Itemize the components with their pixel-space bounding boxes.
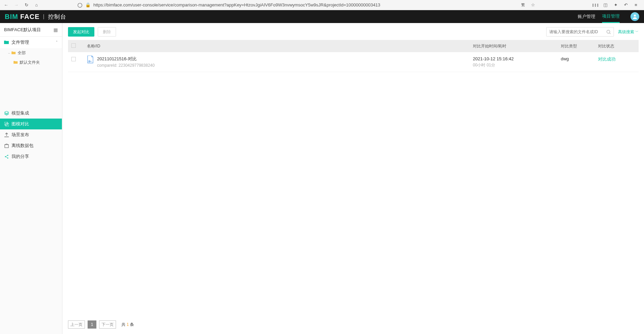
sidebar-my-share[interactable]: 我的分享 <box>0 151 62 162</box>
nav-project[interactable]: 项目管理 <box>602 10 620 23</box>
folder-icon <box>14 61 18 64</box>
col-status: 对比状态 <box>598 43 635 49</box>
row-checkbox[interactable] <box>71 57 76 61</box>
row-type: dwg <box>561 56 569 61</box>
sidebar: BIMFACE默认项目 ▦ 文件管理 ˄ – 全部 <box>0 23 62 334</box>
apps-grid-icon[interactable]: ▦ <box>53 27 58 33</box>
avatar[interactable] <box>630 12 639 21</box>
col-time: 对比开始时间/耗时 <box>473 43 561 49</box>
row-compare-id: compareId: 2230429779838240 <box>97 62 155 68</box>
svg-point-7 <box>607 30 610 33</box>
file-mgmt-label: 文件管理 <box>12 39 29 45</box>
row-status: 对比成功 <box>598 57 616 62</box>
pocket-icon[interactable]: ✦ <box>613 2 618 8</box>
row-time: 2021-10-12 15:16:42 <box>473 56 561 62</box>
undo-icon[interactable]: ↶ <box>623 2 628 8</box>
package-icon <box>4 144 9 148</box>
page-count: 共 1 条 <box>121 322 134 328</box>
main-content: 发起对比 删除 高级搜索 ﹀ 名称/ID 对比开始时间/耗时 对比类型 <box>62 23 644 334</box>
row-duration: 00小时 01分 <box>473 62 561 68</box>
bookmark-star-icon[interactable]: ☆ <box>530 2 536 8</box>
compare-icon <box>4 122 9 126</box>
project-selector[interactable]: BIMFACE默认项目 ▦ <box>0 23 62 37</box>
table-header: 名称/ID 对比开始时间/耗时 对比类型 对比状态 <box>68 40 639 52</box>
menu-icon[interactable]: ≡ <box>633 2 639 8</box>
model-integrate-label: 模型集成 <box>12 110 29 116</box>
svg-rect-3 <box>5 145 8 148</box>
my-share-label: 我的分享 <box>12 153 29 160</box>
table-row[interactable]: 202110121516-对比 compareId: 2230429779838… <box>68 52 639 72</box>
logo-divider: | <box>43 14 45 20</box>
offline-data-label: 离线数据包 <box>12 143 33 149</box>
sidebar-toggle-icon[interactable]: ◫ <box>603 2 608 8</box>
tree-all[interactable]: – 全部 <box>0 48 62 58</box>
shield-icon[interactable]: ◯ <box>77 2 83 8</box>
sidebar-offline-data[interactable]: 离线数据包 <box>0 140 62 151</box>
adv-search-label: 高级搜索 <box>618 29 634 35</box>
tree-default-folder-label: 默认文件夹 <box>20 60 40 65</box>
select-all-checkbox[interactable] <box>71 43 76 48</box>
logo-face: FACE <box>20 13 40 21</box>
col-name: 名称/ID <box>85 43 473 49</box>
forward-icon[interactable]: → <box>14 2 19 8</box>
app-header: BIMFACE | 控制台 账户管理 项目管理 <box>0 10 644 23</box>
share-icon <box>4 154 9 159</box>
prev-page-button[interactable]: 上一页 <box>68 320 85 329</box>
tree-default-folder[interactable]: 默认文件夹 <box>0 58 62 67</box>
tree-connector-icon: – <box>8 51 10 55</box>
search-box[interactable] <box>546 27 614 37</box>
sidebar-file-management[interactable]: 文件管理 ˄ <box>0 37 62 48</box>
logo-console: 控制台 <box>48 13 66 21</box>
search-icon[interactable] <box>606 30 611 34</box>
library-icon[interactable]: ⫿⫿⫿ <box>593 2 598 8</box>
search-input[interactable] <box>549 29 606 34</box>
publish-icon <box>4 133 9 137</box>
model-compare-label: 图模对比 <box>12 121 29 127</box>
folder-icon <box>12 51 16 55</box>
sidebar-model-integrate[interactable]: 模型集成 <box>0 108 62 119</box>
reload-icon[interactable]: ↻ <box>24 2 29 8</box>
chevron-up-icon: ˄ <box>56 40 58 45</box>
start-compare-button[interactable]: 发起对比 <box>68 27 94 37</box>
nav-account[interactable]: 账户管理 <box>578 10 595 23</box>
logo[interactable]: BIMFACE | 控制台 <box>5 13 66 21</box>
browser-toolbar: ← → ↻ ⌂ ◯ 🔒 https://bimface.com/user-con… <box>0 0 644 10</box>
row-name: 202110121516-对比 <box>97 56 155 62</box>
advanced-search-link[interactable]: 高级搜索 ﹀ <box>618 29 639 35</box>
delete-button[interactable]: 删除 <box>98 27 116 37</box>
tree-all-label: 全部 <box>18 50 26 56</box>
svg-point-0 <box>634 15 636 17</box>
file-icon <box>87 56 94 64</box>
chevron-down-icon: ﹀ <box>635 29 639 34</box>
project-name: BIMFACE默认项目 <box>4 27 41 33</box>
home-icon[interactable]: ⌂ <box>34 2 39 8</box>
pagination: 上一页 1 下一页 共 1 条 <box>68 316 639 330</box>
back-icon[interactable]: ← <box>3 2 9 8</box>
url-text[interactable]: https://bimface.com/user-console/service… <box>93 2 380 7</box>
sidebar-scene-publish[interactable]: 场景发布 <box>0 129 62 140</box>
col-type: 对比类型 <box>561 43 598 49</box>
layers-icon <box>4 111 9 116</box>
toolbar: 发起对比 删除 高级搜索 ﹀ <box>68 27 639 37</box>
logo-bim: BIM <box>5 13 18 21</box>
lock-icon: 🔒 <box>85 2 91 8</box>
next-page-button[interactable]: 下一页 <box>99 320 116 329</box>
scene-publish-label: 场景发布 <box>12 132 29 138</box>
sidebar-model-compare[interactable]: 图模对比 <box>0 119 62 129</box>
page-1-button[interactable]: 1 <box>88 320 96 329</box>
translate-icon[interactable]: 繁 <box>520 2 526 8</box>
folder-icon <box>4 40 9 44</box>
